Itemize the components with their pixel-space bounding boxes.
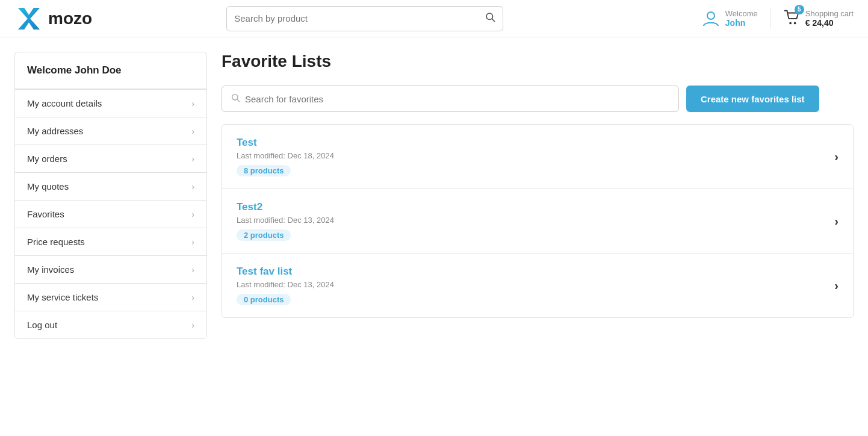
fav-item-info: Test fav list Last modified: Dec 13, 202… <box>237 266 334 305</box>
sidebar-item-label: My invoices <box>27 264 74 275</box>
sidebar: Welcome John Doe My account details›My a… <box>14 52 207 339</box>
logo-text: mozo <box>48 9 92 28</box>
chevron-right-icon: › <box>191 293 194 302</box>
svg-point-3 <box>789 22 792 24</box>
sidebar-item-orders[interactable]: My orders› <box>15 145 206 172</box>
chevron-right-icon: › <box>191 265 194 275</box>
product-search-bar <box>226 6 503 31</box>
fav-item-date: Last modified: Dec 13, 2024 <box>237 216 334 225</box>
favorites-search-bar <box>222 86 679 112</box>
chevron-right-icon: › <box>834 150 839 164</box>
chevron-right-icon: › <box>191 126 194 136</box>
svg-line-6 <box>237 99 240 102</box>
favorites-list: Test Last modified: Dec 18, 2024 8 produ… <box>222 124 854 318</box>
sidebar-item-logout[interactable]: Log out› <box>15 311 206 338</box>
user-greeting: Welcome <box>725 9 758 18</box>
chevron-right-icon: › <box>191 99 194 108</box>
sidebar-item-label: My addresses <box>27 126 83 136</box>
search-button[interactable] <box>485 11 495 25</box>
cart-badge: 5 <box>795 5 804 14</box>
favorites-search-icon <box>231 93 240 105</box>
sidebar-nav: My account details›My addresses›My order… <box>14 89 207 339</box>
fav-item-date: Last modified: Dec 13, 2024 <box>237 280 334 289</box>
favorites-toolbar: Create new favorites list <box>222 86 854 112</box>
sidebar-item-label: My account details <box>27 98 102 108</box>
fav-item-name: Test <box>237 137 334 149</box>
sidebar-item-quotes[interactable]: My quotes› <box>15 172 206 200</box>
sidebar-item-favorites[interactable]: Favorites› <box>15 200 206 228</box>
fav-item-info: Test Last modified: Dec 18, 2024 8 produ… <box>237 137 334 176</box>
cart-info: Shopping cart € 24,40 <box>805 9 854 28</box>
fav-item-name: Test fav list <box>237 266 334 278</box>
header: mozo Welcome John <box>0 0 868 37</box>
sidebar-item-service-tickets[interactable]: My service tickets› <box>15 283 206 311</box>
favorites-search-input[interactable] <box>245 94 670 104</box>
sidebar-item-price-requests[interactable]: Price requests› <box>15 228 206 255</box>
sidebar-welcome: Welcome John Doe <box>14 52 207 89</box>
page-title: Favorite Lists <box>222 52 854 71</box>
svg-line-1 <box>492 19 495 21</box>
user-name: John <box>725 18 758 28</box>
cart-label: Shopping cart <box>805 9 854 18</box>
sidebar-item-account-details[interactable]: My account details› <box>15 89 206 117</box>
user-section[interactable]: Welcome John <box>701 9 758 28</box>
user-icon <box>701 9 721 28</box>
sidebar-item-label: Price requests <box>27 237 85 247</box>
sidebar-item-addresses[interactable]: My addresses› <box>15 117 206 145</box>
sidebar-item-label: My quotes <box>27 181 69 192</box>
fav-item-name: Test2 <box>237 201 334 213</box>
fav-item-badge: 2 products <box>237 229 291 241</box>
list-item[interactable]: Test Last modified: Dec 18, 2024 8 produ… <box>222 125 853 189</box>
cart-price: € 24,40 <box>805 18 854 28</box>
cart-section[interactable]: 5 Shopping cart € 24,40 <box>770 8 854 29</box>
sidebar-item-invoices[interactable]: My invoices› <box>15 255 206 283</box>
list-item[interactable]: Test2 Last modified: Dec 13, 2024 2 prod… <box>222 189 853 254</box>
search-icon <box>485 11 495 22</box>
sidebar-item-label: Favorites <box>27 209 64 219</box>
cart-icon-wrap: 5 <box>783 8 801 29</box>
fav-item-badge: 8 products <box>237 165 291 176</box>
logo[interactable]: mozo <box>14 4 123 33</box>
sidebar-item-label: Log out <box>27 320 57 330</box>
fav-item-info: Test2 Last modified: Dec 13, 2024 2 prod… <box>237 201 334 241</box>
page-body: Welcome John Doe My account details›My a… <box>0 37 868 353</box>
sidebar-item-label: My orders <box>27 154 67 164</box>
chevron-right-icon: › <box>191 182 194 192</box>
svg-point-2 <box>707 12 715 19</box>
header-right: Welcome John 5 Shopping cart € 24,40 <box>701 8 854 29</box>
svg-point-4 <box>794 22 796 24</box>
chevron-right-icon: › <box>191 210 194 219</box>
chevron-right-icon: › <box>834 214 839 228</box>
chevron-right-icon: › <box>191 237 194 247</box>
search-input[interactable] <box>234 13 485 23</box>
logo-icon <box>14 4 43 33</box>
list-item[interactable]: Test fav list Last modified: Dec 13, 202… <box>222 254 853 317</box>
fav-item-date: Last modified: Dec 18, 2024 <box>237 151 334 160</box>
main-content: Favorite Lists Create new favorites list… <box>222 52 854 339</box>
user-info: Welcome John <box>725 9 758 28</box>
chevron-right-icon: › <box>834 279 839 293</box>
create-favorites-button[interactable]: Create new favorites list <box>686 86 819 112</box>
fav-item-badge: 0 products <box>237 294 291 305</box>
sidebar-item-label: My service tickets <box>27 292 98 302</box>
chevron-right-icon: › <box>191 154 194 164</box>
chevron-right-icon: › <box>191 320 194 330</box>
